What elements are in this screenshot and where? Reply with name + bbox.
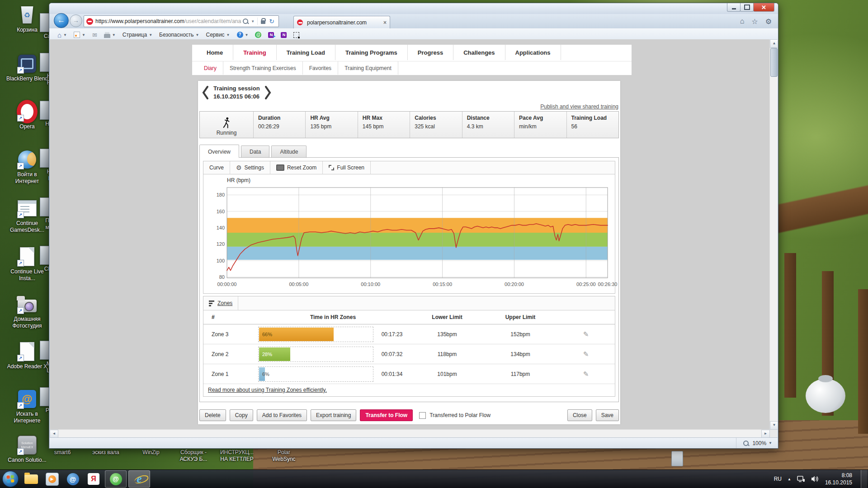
taskbar-yandex-button[interactable]: Я	[83, 470, 104, 488]
show-desktop-button[interactable]	[861, 470, 867, 488]
svg-text:120: 120	[217, 241, 225, 247]
close-session-button[interactable]: Close	[567, 409, 592, 421]
maximize-button[interactable]	[740, 3, 754, 12]
language-indicator[interactable]: RU	[774, 476, 782, 482]
feeds-button[interactable]: ▼	[71, 31, 88, 39]
back-button[interactable]: ←	[54, 13, 69, 28]
internet-explorer-icon: e	[137, 473, 142, 485]
nav-item-challenges[interactable]: Challenges	[453, 45, 505, 60]
speaker-icon[interactable]	[811, 475, 819, 483]
zone-row-zone-3: Zone 366%00:17:23135bpm152bpm✎	[203, 324, 615, 344]
taskbar-agent-button[interactable]: @	[105, 470, 127, 488]
window-titlebar[interactable]: ✕	[49, 3, 778, 14]
next-session-icon[interactable]	[264, 85, 272, 100]
site-favicon	[86, 18, 93, 25]
stat-training-load: Training Load56	[567, 112, 618, 138]
zoom-control[interactable]: 100% ▼	[736, 438, 778, 448]
browser-tab[interactable]: polarpersonaltrainer.com ×	[293, 16, 390, 28]
curve-tab[interactable]: Curve	[203, 161, 230, 174]
read-mail-button[interactable]: ✉	[90, 31, 100, 39]
snip-button[interactable]	[291, 31, 302, 39]
settings-button[interactable]: ⚙Settings	[230, 161, 270, 174]
onenote-linked-button[interactable]: N	[278, 31, 289, 39]
close-button[interactable]: ✕	[753, 3, 774, 12]
previous-session-icon[interactable]	[202, 85, 209, 100]
minimize-button[interactable]	[727, 3, 741, 12]
nav-item-training-programs[interactable]: Training Programs	[335, 45, 408, 60]
delete-button[interactable]: Delete	[199, 409, 226, 421]
tools-menu[interactable]: Сервис▼	[203, 31, 233, 39]
chevron-down-icon: ▼	[245, 33, 249, 37]
scroll-down-button[interactable]: ▼	[770, 421, 778, 430]
tab-data[interactable]: Data	[241, 145, 269, 158]
hr-curve-chart[interactable]: HR (bpm)8010012014016018000:00:0000:05:0…	[205, 175, 621, 292]
transferred-checkbox[interactable]	[419, 412, 426, 419]
nav-item-training-load[interactable]: Training Load	[277, 45, 335, 60]
nav-item-applications[interactable]: Applications	[505, 45, 561, 60]
hidden-icons-chevron[interactable]: ▲	[788, 477, 791, 481]
publish-link[interactable]: Publish and view shared training	[540, 103, 618, 110]
favorites-star-icon[interactable]: ☆	[751, 17, 758, 26]
print-button[interactable]: ▼	[101, 31, 118, 39]
desktop-icon-label: Canon Solutio...	[5, 457, 49, 464]
tools-menu-label: Сервис	[206, 32, 225, 38]
edit-pencil-icon[interactable]: ✎	[557, 330, 615, 338]
refresh-icon[interactable]: ↻	[269, 18, 274, 25]
taskbar-clock[interactable]: 8:08 16.10.2015	[825, 472, 855, 486]
subnav-item-strength-training-exercises[interactable]: Strength Training Exercises	[223, 61, 303, 75]
safety-menu[interactable]: Безопасность▼	[156, 31, 202, 39]
help-button[interactable]: ?▼	[234, 31, 251, 39]
taskbar-ie-button[interactable]: e	[128, 470, 150, 488]
site-navigation: HomeTrainingTraining LoadTraining Progra…	[192, 45, 632, 61]
taskbar-start-button[interactable]	[0, 470, 21, 488]
copy-button[interactable]: Copy	[230, 409, 253, 421]
maximize-icon	[744, 5, 750, 10]
nav-item-home[interactable]: Home	[197, 45, 233, 60]
address-bar[interactable]: https://www.polarpersonaltrainer.com /us…	[84, 15, 279, 27]
add-to-favorites-button[interactable]: Add to Favorites	[257, 409, 307, 421]
stat-value: 4.3 km	[467, 123, 509, 130]
mailru-agent-button[interactable]: @	[252, 31, 264, 39]
taskbar-explorer-button[interactable]	[21, 470, 42, 488]
home-icon[interactable]: ⌂	[740, 17, 745, 26]
transfer-to-flow-button[interactable]: Transfer to Flow	[360, 409, 413, 421]
desktop-icon-camera-6[interactable]: ↗Домашняя Фотостудия	[5, 294, 49, 329]
tab-altitude[interactable]: Altitude	[271, 145, 307, 158]
subnav-item-training-equipment[interactable]: Training Equipment	[338, 61, 398, 75]
zones-tab[interactable]: Zones	[203, 296, 238, 310]
subnav-item-favorites[interactable]: Favorites	[303, 61, 338, 75]
address-dropdown-icon[interactable]: ▼	[251, 19, 255, 23]
forward-button[interactable]: →	[70, 14, 82, 27]
page-menu[interactable]: Страница▼	[120, 31, 155, 39]
tab-close-icon[interactable]: ×	[383, 19, 387, 26]
taskbar-mail-at-button[interactable]: @	[62, 470, 83, 488]
onenote-send-button[interactable]: N➤	[265, 31, 277, 39]
zones-strip: Zones	[203, 296, 615, 310]
scroll-up-button[interactable]: ▲	[770, 39, 778, 48]
scrollbar-thumb[interactable]	[770, 48, 778, 77]
partially-hidden-icon[interactable]	[671, 451, 683, 466]
tools-gear-icon[interactable]: ⚙	[765, 17, 772, 26]
full-screen-button[interactable]: Full Screen	[323, 161, 371, 174]
vertical-scrollbar[interactable]: ▲ ▼	[769, 39, 778, 430]
save-session-button[interactable]: Save	[596, 409, 619, 421]
nav-item-training[interactable]: Training	[233, 45, 277, 60]
export-training-button[interactable]: Export training	[311, 409, 356, 421]
read-more-link[interactable]: Read more about using Training Zones eff…	[208, 387, 327, 393]
tab-overview[interactable]: Overview	[199, 145, 239, 158]
scroll-right-button[interactable]: ►	[761, 430, 770, 437]
search-icon[interactable]	[243, 19, 248, 24]
stat-value: 00:26:29	[258, 123, 301, 130]
reset-zoom-button[interactable]: Reset Zoom	[270, 161, 323, 174]
scroll-left-button[interactable]: ◄	[50, 430, 58, 437]
edit-pencil-icon[interactable]: ✎	[557, 350, 615, 358]
home-menu-button[interactable]: ⌂▼	[55, 30, 70, 40]
subnav-item-diary[interactable]: Diary	[198, 61, 223, 75]
horizontal-scrollbar[interactable]: ◄ ►	[50, 429, 770, 437]
divider	[257, 18, 258, 25]
edit-pencil-icon[interactable]: ✎	[557, 370, 615, 378]
svg-text:160: 160	[217, 209, 225, 214]
taskbar-media-player-button[interactable]: ▶	[42, 470, 62, 488]
nav-item-progress[interactable]: Progress	[408, 45, 453, 60]
network-icon[interactable]	[797, 475, 805, 483]
